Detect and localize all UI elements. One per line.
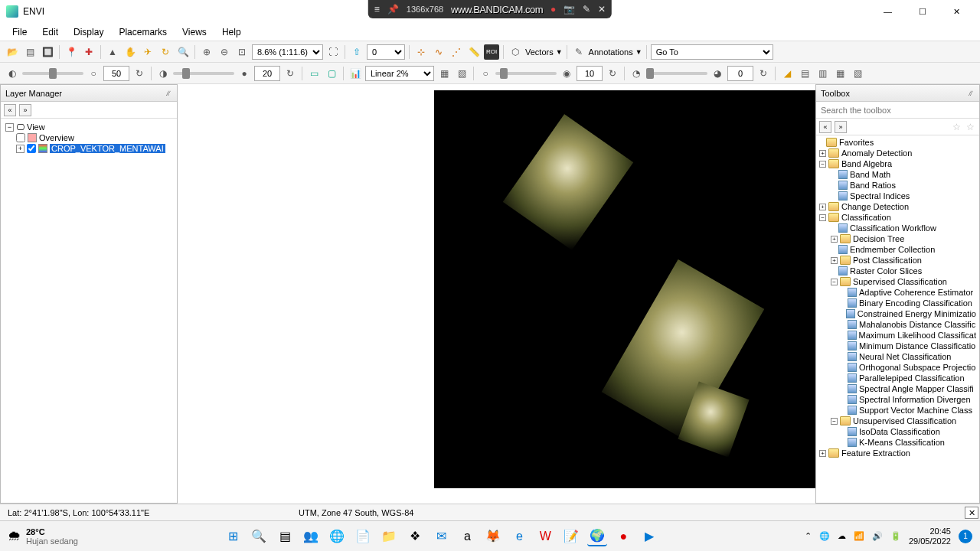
favorites-icon[interactable]: ☆ ☆ <box>952 122 976 132</box>
tb-classification[interactable]: Classification <box>841 213 891 222</box>
rotate-combo[interactable]: 0 <box>367 44 405 60</box>
pin-icon[interactable]: ⫽ <box>967 89 975 97</box>
maximize-button[interactable]: ☐ <box>905 0 939 23</box>
firefox-icon[interactable]: 🦊 <box>483 527 503 546</box>
swipe-icon[interactable]: ▦ <box>832 66 848 81</box>
tb-band-ratios[interactable]: Band Ratios <box>850 181 896 190</box>
menu-views[interactable]: Views <box>175 24 214 40</box>
taskview-button[interactable]: ▤ <box>275 527 295 546</box>
contrast-value[interactable]: 20 <box>254 66 280 81</box>
tray-battery-icon[interactable]: 🔋 <box>890 531 901 541</box>
chrome-icon[interactable]: 🌐 <box>327 527 347 546</box>
cursor-val-icon[interactable]: ⊹ <box>413 44 429 60</box>
scatter-icon[interactable]: ⋰ <box>449 44 464 60</box>
tb-collapse[interactable]: « <box>819 121 831 133</box>
goto-combo[interactable]: Go To <box>651 44 773 60</box>
tb-svm[interactable]: Support Vector Machine Class <box>859 406 972 415</box>
chip-icon[interactable]: 🔲 <box>40 44 55 60</box>
open-icon[interactable]: 📂 <box>5 44 20 60</box>
dropbox-icon[interactable]: ❖ <box>405 527 425 546</box>
portal-icon[interactable]: ◢ <box>779 66 795 81</box>
pin-icon[interactable]: ⫽ <box>165 89 172 97</box>
exp-bandalg[interactable]: − <box>819 161 826 168</box>
pan-icon[interactable]: ✋ <box>122 44 138 60</box>
stretch-rect-icon[interactable]: ▭ <box>306 66 322 81</box>
envi-taskbar-icon[interactable]: 🌍 <box>587 527 607 546</box>
tree-view[interactable]: View <box>27 122 45 132</box>
annotations-dropdown-icon[interactable]: ✎ <box>571 44 586 60</box>
exp-anomaly[interactable]: + <box>819 150 826 157</box>
exp-sup[interactable]: − <box>831 279 838 285</box>
zoom-icon[interactable]: 🔍 <box>175 44 191 60</box>
tb-kmeans[interactable]: K-Means Classification <box>859 438 945 447</box>
layer-check[interactable] <box>27 144 36 153</box>
weather-widget[interactable]: 🌧 28°C Hujan sedang <box>8 527 78 546</box>
hist-icon[interactable]: 📊 <box>348 66 363 81</box>
start-button[interactable]: ⊞ <box>223 527 243 546</box>
zoomext-icon[interactable]: ⛶ <box>325 44 341 60</box>
tb-sid[interactable]: Spectral Information Divergen <box>859 395 971 404</box>
tb-endmember[interactable]: Endmember Collection <box>850 245 935 254</box>
tb-post-class[interactable]: Post Classification <box>853 256 922 265</box>
tb-mindist[interactable]: Minimum Distance Classificatio <box>859 341 975 350</box>
record-icon[interactable]: ● <box>613 527 633 546</box>
map-canvas[interactable]: ↑N ↖ <box>178 84 815 504</box>
expand-btn[interactable]: » <box>19 104 31 116</box>
tray-wifi-icon[interactable]: 📶 <box>854 531 864 541</box>
zoomfit-icon[interactable]: ⊡ <box>234 44 250 60</box>
tray-volume-icon[interactable]: 🔊 <box>872 531 883 541</box>
close-button[interactable]: ✕ <box>939 0 974 23</box>
vectors-dropdown-icon[interactable]: ⬡ <box>508 44 523 60</box>
tb-expand[interactable]: » <box>835 121 847 133</box>
rotate-icon[interactable]: ↻ <box>158 44 173 60</box>
notifications-icon[interactable]: 1 <box>959 530 972 543</box>
tb-anomaly[interactable]: Anomaly Detection <box>841 148 912 158</box>
select-icon[interactable]: ▲ <box>105 44 120 60</box>
panel-close-icon[interactable]: ✕ <box>965 507 978 519</box>
menu-placemarks[interactable]: Placemarks <box>111 24 175 40</box>
layer-tree[interactable]: −🖵 View Overview + CROP_VEKTOR_MENTAWAI <box>1 119 177 503</box>
tb-ace[interactable]: Adaptive Coherence Estimator <box>859 288 973 297</box>
fly-icon[interactable]: ✈ <box>140 44 155 60</box>
media-icon[interactable]: ▶ <box>639 527 659 546</box>
stretch-apply2-icon[interactable]: ▧ <box>454 66 469 81</box>
stretch-rect2-icon[interactable]: ▢ <box>324 66 339 81</box>
tb-feature-ext[interactable]: Feature Extraction <box>841 448 910 458</box>
tb-maxlike[interactable]: Maximum Likelihood Classificat <box>859 331 976 340</box>
tray-lang-icon[interactable]: 🌐 <box>819 531 830 541</box>
exp-post[interactable]: + <box>831 257 838 264</box>
data-manager-icon[interactable]: ▤ <box>22 44 38 60</box>
clock[interactable]: 20:45 29/05/2022 <box>909 527 951 545</box>
tree-overview[interactable]: Overview <box>39 133 74 142</box>
transparency-slider[interactable] <box>646 72 707 75</box>
toolbox-tree[interactable]: Favorites +Anomaly Detection −Band Algeb… <box>816 135 979 503</box>
brightness-slider[interactable] <box>22 72 83 75</box>
zoomin-icon[interactable]: ⊕ <box>199 44 214 60</box>
tb-unsupervised[interactable]: Unsupervised Classification <box>853 416 956 425</box>
refresh4-icon[interactable]: ↻ <box>756 66 771 81</box>
tb-parallel[interactable]: Parallelepiped Classification <box>859 373 965 383</box>
tb-class-workflow[interactable]: Classification Workflow <box>850 223 936 233</box>
tree-expander[interactable]: − <box>5 123 14 132</box>
tb-supervised[interactable]: Supervised Classification <box>853 277 947 286</box>
stretch-combo[interactable]: Linear 2% <box>365 66 434 81</box>
menu-display[interactable]: Display <box>66 24 111 40</box>
tb-sam[interactable]: Spectral Angle Mapper Classifi <box>859 384 974 393</box>
toolbox-search[interactable] <box>816 102 979 119</box>
tb-raster-slices[interactable]: Raster Color Slices <box>850 266 922 276</box>
search-button[interactable]: 🔍 <box>249 527 269 546</box>
tb-orthosub[interactable]: Orthogonal Subspace Projectio <box>859 363 975 372</box>
exp-unsup[interactable]: − <box>831 418 838 425</box>
office-icon[interactable]: 📄 <box>353 527 373 546</box>
refresh2-icon[interactable]: ↻ <box>283 66 298 81</box>
profile-icon[interactable]: ∿ <box>431 44 446 60</box>
refresh3-icon[interactable]: ↻ <box>605 66 620 81</box>
minimize-button[interactable]: — <box>871 0 905 23</box>
pin-icon[interactable]: 📍 <box>64 44 79 60</box>
zoom-combo[interactable]: 8.6% (1:11.6) <box>252 44 323 60</box>
tb-isodata[interactable]: IsoData Classification <box>859 427 940 436</box>
tb-favorites[interactable]: Favorites <box>839 138 874 147</box>
exp-change[interactable]: + <box>819 204 826 210</box>
tb-cem[interactable]: Constrained Energy Minimizatio <box>858 309 976 318</box>
stretch-apply-icon[interactable]: ▦ <box>436 66 452 81</box>
